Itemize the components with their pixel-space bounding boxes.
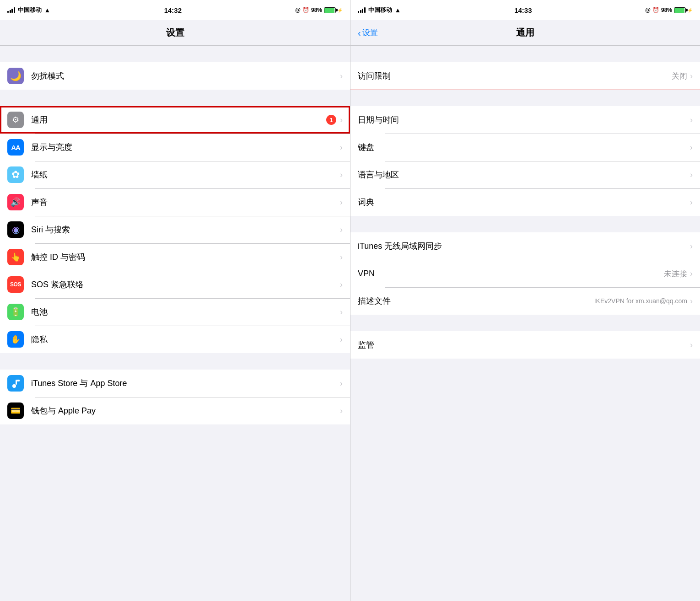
settings-item-privacy[interactable]: ✋ 隐私 ›: [0, 326, 350, 353]
section-gap-1: [0, 90, 350, 106]
right-list-group-3: 监管 ›: [350, 331, 700, 359]
left-status-right: @ ⏰ 98% ⚡: [295, 7, 343, 13]
right-battery-body: [674, 7, 686, 13]
siri-chevron: ›: [340, 225, 343, 235]
battery-wrap-left: ⚡: [324, 7, 343, 13]
wallet-icon: 💳: [7, 402, 24, 419]
settings-item-itunes[interactable]: iTunes Store 与 App Store ›: [0, 370, 350, 397]
battery-fill-left: [324, 8, 334, 13]
wallpaper-chevron: ›: [340, 170, 343, 180]
right-section-gap-2: [350, 216, 700, 232]
back-chevron-icon: ‹: [358, 28, 361, 38]
section-gap-3: [0, 424, 350, 441]
settings-item-itunes-sync[interactable]: iTunes 无线局域网同步 ›: [350, 232, 700, 260]
settings-item-battery[interactable]: 🔋 电池 ›: [0, 298, 350, 326]
settings-item-sos[interactable]: SOS SOS 紧急联络 ›: [0, 271, 350, 298]
sos-icon: SOS: [7, 276, 24, 293]
display-icon: AA: [7, 139, 24, 156]
supervision-label: 监管: [358, 339, 690, 350]
left-panel: 中国移动 ▲ 14:32 @ ⏰ 98% ⚡ 设置 🌙 勿扰模式 ›: [0, 0, 350, 601]
settings-item-keyboard[interactable]: 键盘 ›: [350, 134, 700, 161]
profile-label: 描述文件: [358, 295, 594, 306]
itunes-chevron: ›: [340, 379, 343, 388]
right-battery-wrap: ⚡: [674, 7, 693, 13]
section-gap-0: [0, 46, 350, 62]
settings-item-language[interactable]: 语言与地区 ›: [350, 161, 700, 188]
settings-item-wallet[interactable]: 💳 钱包与 Apple Pay ›: [0, 397, 350, 424]
touch-label: 触控 ID 与密码: [31, 252, 340, 263]
right-status-bar: 中国移动 ▲ 14:33 @ ⏰ 98% ⚡: [350, 0, 700, 20]
settings-item-wallpaper[interactable]: ✿ 墙纸 ›: [0, 161, 350, 188]
sounds-label: 声音: [31, 197, 340, 208]
right-bar1: [358, 11, 359, 13]
left-settings-content: 🌙 勿扰模式 › ⚙ 通用 1 › AA 显示与亮度 › ✿ 墙纸: [0, 46, 350, 601]
settings-item-dictionary[interactable]: 词典 ›: [350, 188, 700, 216]
right-settings-content: 访问限制 关闭 › 日期与时间 › 键盘 › 语言与地区 › 词典 ›: [350, 46, 700, 601]
sos-chevron: ›: [340, 280, 343, 290]
left-nav-bar: 设置: [0, 20, 350, 46]
svg-rect-1: [16, 380, 17, 385]
general-badge: 1: [326, 115, 336, 125]
settings-item-vpn[interactable]: VPN 未连接 ›: [350, 260, 700, 287]
right-battery-percent: 98%: [661, 7, 672, 13]
right-bar4: [364, 7, 366, 13]
profile-value: IKEv2VPN for xm.xuan@qq.com: [594, 297, 687, 305]
settings-item-supervision[interactable]: 监管 ›: [350, 331, 700, 359]
supervision-chevron: ›: [690, 340, 693, 350]
svg-rect-2: [17, 380, 20, 381]
bar2: [10, 10, 11, 13]
restrictions-label: 访问限制: [358, 70, 672, 81]
language-chevron: ›: [690, 170, 693, 180]
touch-chevron: ›: [340, 252, 343, 262]
bar3: [11, 9, 13, 13]
dictionary-chevron: ›: [690, 198, 693, 207]
battery-icon: 🔋: [7, 304, 24, 320]
itunes-svg: [11, 378, 21, 388]
settings-item-general[interactable]: ⚙ 通用 1 ›: [0, 106, 350, 134]
right-nav-bar: ‹ 设置 通用: [350, 20, 700, 46]
bar1: [7, 11, 9, 13]
right-list-group-0: 访问限制 关闭 ›: [350, 62, 700, 90]
section-gap-2: [0, 353, 350, 370]
wallet-label: 钱包与 Apple Pay: [31, 405, 340, 416]
settings-item-dnd[interactable]: 🌙 勿扰模式 ›: [0, 62, 350, 90]
svg-point-0: [12, 384, 16, 388]
dnd-chevron: ›: [340, 71, 343, 81]
sounds-chevron: ›: [340, 198, 343, 207]
settings-item-datetime[interactable]: 日期与时间 ›: [350, 106, 700, 134]
list-group-0: 🌙 勿扰模式 ›: [0, 62, 350, 90]
settings-item-restrictions[interactable]: 访问限制 关闭 ›: [350, 62, 700, 90]
carrier-label: 中国移动: [18, 6, 42, 14]
right-list-group-1: 日期与时间 › 键盘 › 语言与地区 › 词典 ›: [350, 106, 700, 216]
battery-percent-left: 98%: [311, 7, 322, 13]
settings-item-profile[interactable]: 描述文件 IKEv2VPN for xm.xuan@qq.com ›: [350, 287, 700, 315]
right-carrier-label: 中国移动: [368, 6, 392, 14]
dictionary-label: 词典: [358, 197, 690, 208]
left-status-left: 中国移动 ▲: [7, 6, 50, 14]
touch-icon: 👆: [7, 249, 24, 265]
datetime-chevron: ›: [690, 115, 693, 125]
settings-item-siri[interactable]: ◉ Siri 与搜索 ›: [0, 216, 350, 243]
settings-item-display[interactable]: AA 显示与亮度 ›: [0, 134, 350, 161]
right-nav-title: 通用: [516, 27, 534, 39]
right-bar3: [362, 9, 363, 13]
right-wifi-icon: ▲: [395, 6, 401, 14]
back-label: 设置: [362, 27, 378, 38]
itunes-sync-label: iTunes 无线局域网同步: [358, 241, 690, 252]
right-alarm-icon: ⏰: [652, 7, 659, 13]
sos-label: SOS 紧急联络: [31, 279, 340, 290]
right-section-gap-1: [350, 90, 700, 106]
right-panel: 中国移动 ▲ 14:33 @ ⏰ 98% ⚡ ‹ 设置 通用: [350, 0, 700, 601]
itunes-sync-chevron: ›: [690, 241, 693, 251]
wallet-chevron: ›: [340, 406, 343, 416]
general-label: 通用: [31, 114, 326, 125]
left-nav-title: 设置: [166, 27, 184, 39]
list-group-1: ⚙ 通用 1 › AA 显示与亮度 › ✿ 墙纸 › 🔊 声音 ›: [0, 106, 350, 353]
settings-item-sounds[interactable]: 🔊 声音 ›: [0, 188, 350, 216]
back-button[interactable]: ‹ 设置: [358, 27, 378, 38]
privacy-icon: ✋: [7, 331, 24, 348]
settings-item-touch[interactable]: 👆 触控 ID 与密码 ›: [0, 243, 350, 271]
right-status-left: 中国移动 ▲: [358, 6, 401, 14]
right-section-gap-0: [350, 46, 700, 62]
wallpaper-icon: ✿: [7, 166, 24, 183]
